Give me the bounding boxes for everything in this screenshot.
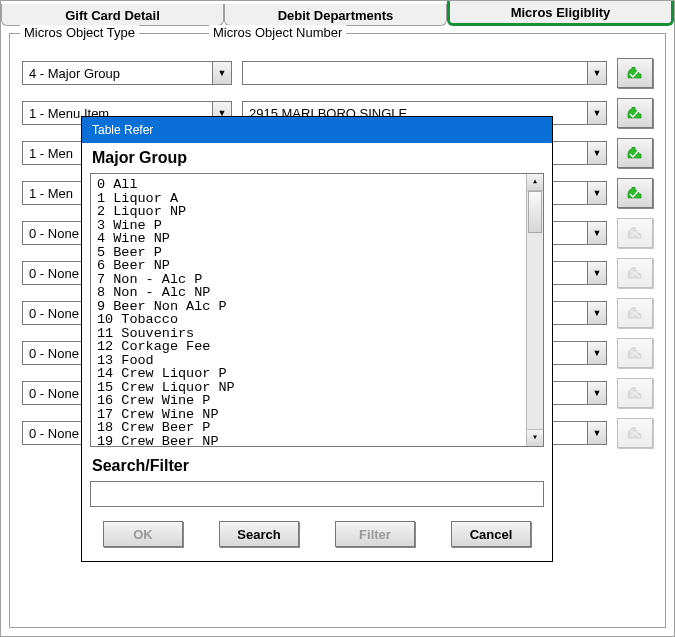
filter-button[interactable]: Filter xyxy=(335,521,415,547)
chevron-down-icon[interactable]: ▼ xyxy=(587,342,606,364)
list-item[interactable]: 19 Crew Beer NP xyxy=(97,435,537,448)
chevron-down-icon[interactable]: ▼ xyxy=(587,382,606,404)
tab-micros-eligibility[interactable]: Micros Eligiblity xyxy=(447,1,674,26)
list-item[interactable]: 0 All xyxy=(97,178,537,192)
row-action-button[interactable] xyxy=(617,218,653,248)
scrollbar[interactable]: ▴ ▾ xyxy=(526,174,543,446)
chevron-down-icon[interactable]: ▼ xyxy=(212,62,231,84)
list-item[interactable]: 7 Non - Alc P xyxy=(97,273,537,287)
thumb-disabled-icon xyxy=(627,387,643,399)
popup-button-row: OK Search Filter Cancel xyxy=(82,517,552,561)
list-item[interactable]: 15 Crew Liquor NP xyxy=(97,381,537,395)
list-item[interactable]: 17 Crew Wine NP xyxy=(97,408,537,422)
micros-row: 4 - Major Group▼▼ xyxy=(22,58,653,88)
row-action-button[interactable] xyxy=(617,418,653,448)
list-item[interactable]: 8 Non - Alc NP xyxy=(97,286,537,300)
tab-bar: Gift Card Detail Debit Departments Micro… xyxy=(1,1,674,26)
table-refer-popup: Table Refer Major Group 0 All1 Liquor A2… xyxy=(81,116,553,562)
chevron-down-icon[interactable]: ▼ xyxy=(587,182,606,204)
object-type-combo[interactable]: 4 - Major Group▼ xyxy=(22,61,232,85)
row-action-button[interactable] xyxy=(617,98,653,128)
scroll-thumb[interactable] xyxy=(528,191,542,233)
group-headings: Micros Object Type Micros Object Number xyxy=(20,25,346,40)
chevron-down-icon[interactable]: ▼ xyxy=(587,222,606,244)
list-item[interactable]: 6 Beer NP xyxy=(97,259,537,273)
chevron-down-icon[interactable]: ▼ xyxy=(587,302,606,324)
row-action-button[interactable] xyxy=(617,298,653,328)
search-button[interactable]: Search xyxy=(219,521,299,547)
list-item[interactable]: 5 Beer P xyxy=(97,246,537,260)
chevron-down-icon[interactable]: ▼ xyxy=(587,62,606,84)
popup-title: Table Refer xyxy=(82,117,552,143)
row-action-button[interactable] xyxy=(617,338,653,368)
chevron-down-icon[interactable]: ▼ xyxy=(587,262,606,284)
thumb-disabled-icon xyxy=(627,267,643,279)
list-item[interactable]: 14 Crew Liquor P xyxy=(97,367,537,381)
scroll-up-icon[interactable]: ▴ xyxy=(527,174,543,191)
list-item[interactable]: 11 Souvenirs xyxy=(97,327,537,341)
thumb-disabled-icon xyxy=(627,227,643,239)
major-group-listbox[interactable]: 0 All1 Liquor A2 Liquor NP3 Wine P4 Wine… xyxy=(90,173,544,447)
list-item[interactable]: 2 Liquor NP xyxy=(97,205,537,219)
row-action-button[interactable] xyxy=(617,258,653,288)
row-action-button[interactable] xyxy=(617,178,653,208)
dialog-window: Gift Card Detail Debit Departments Micro… xyxy=(0,0,675,637)
list-item[interactable]: 18 Crew Beer P xyxy=(97,421,537,435)
list-item[interactable]: 4 Wine NP xyxy=(97,232,537,246)
search-input[interactable] xyxy=(90,481,544,507)
thumb-disabled-icon xyxy=(627,427,643,439)
row-action-button[interactable] xyxy=(617,138,653,168)
row-action-button[interactable] xyxy=(617,378,653,408)
tab-debit-departments[interactable]: Debit Departments xyxy=(224,4,447,26)
combo-text: 4 - Major Group xyxy=(23,66,212,81)
object-number-combo[interactable]: ▼ xyxy=(242,61,607,85)
list-item[interactable]: 10 Tobacco xyxy=(97,313,537,327)
popup-heading: Major Group xyxy=(82,143,552,169)
thumb-up-icon xyxy=(627,107,643,119)
row-action-button[interactable] xyxy=(617,58,653,88)
label-object-type: Micros Object Type xyxy=(20,25,139,40)
list-item[interactable]: 3 Wine P xyxy=(97,219,537,233)
thumb-up-icon xyxy=(627,187,643,199)
thumb-disabled-icon xyxy=(627,347,643,359)
cancel-button[interactable]: Cancel xyxy=(451,521,531,547)
list-item[interactable]: 16 Crew Wine P xyxy=(97,394,537,408)
scroll-down-icon[interactable]: ▾ xyxy=(527,429,543,446)
thumb-disabled-icon xyxy=(627,307,643,319)
list-item[interactable]: 1 Liquor A xyxy=(97,192,537,206)
list-item[interactable]: 13 Food xyxy=(97,354,537,368)
chevron-down-icon[interactable]: ▼ xyxy=(587,102,606,124)
thumb-up-icon xyxy=(627,147,643,159)
search-filter-label: Search/Filter xyxy=(82,455,552,477)
list-item[interactable]: 9 Beer Non Alc P xyxy=(97,300,537,314)
tab-gift-card-detail[interactable]: Gift Card Detail xyxy=(1,4,224,26)
label-object-number: Micros Object Number xyxy=(209,25,346,40)
list-item[interactable]: 12 Corkage Fee xyxy=(97,340,537,354)
ok-button[interactable]: OK xyxy=(103,521,183,547)
chevron-down-icon[interactable]: ▼ xyxy=(587,422,606,444)
chevron-down-icon[interactable]: ▼ xyxy=(587,142,606,164)
thumb-up-icon xyxy=(627,67,643,79)
